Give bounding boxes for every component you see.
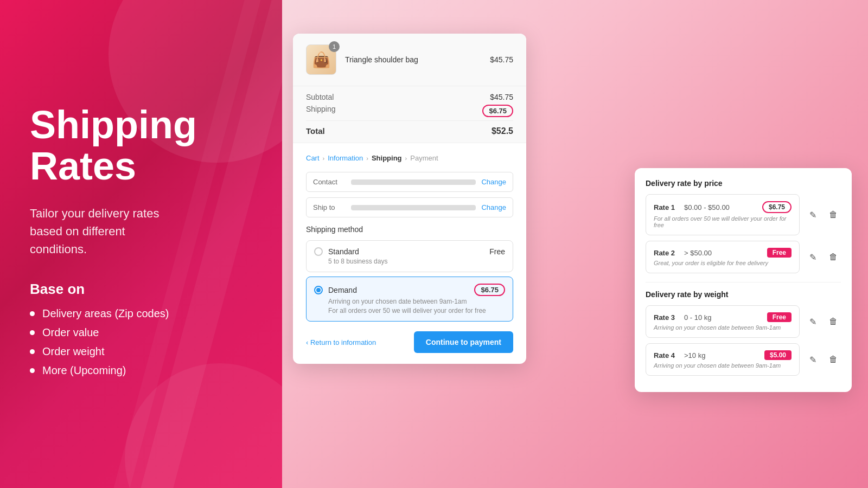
- shipping-price-demand: $6.75: [474, 284, 505, 296]
- total-value: $52.5: [492, 126, 513, 136]
- rate-3-note: Arriving on your chosen date between 9am…: [654, 324, 792, 331]
- rate-3-edit-icon[interactable]: ✎: [805, 314, 820, 329]
- product-name: Triangle shoulder bag: [345, 55, 481, 64]
- rates-separator: [646, 282, 841, 282]
- rate-row-header-3: Rate 3 0 - 10 kg Free: [654, 312, 792, 322]
- rate-3-name: Rate 3: [654, 313, 680, 322]
- total-row: Total $52.5: [306, 120, 513, 136]
- rate-row-outer-4: Rate 4 >10 kg $5.00 Arriving on your cho…: [646, 343, 841, 376]
- rate-4-edit-icon[interactable]: ✎: [805, 352, 820, 367]
- checkout-card: 👜 1 Triangle shoulder bag $45.75 Subtota…: [293, 34, 526, 364]
- rate-4-range: >10 kg: [684, 351, 760, 359]
- checkout-actions: ‹ Return to information Continue to paym…: [306, 331, 513, 353]
- rate-1-name: Rate 1: [654, 203, 680, 211]
- shipping-desc-standard: 5 to 8 business days: [328, 258, 505, 265]
- total-label: Total: [306, 126, 325, 136]
- shipping-value-wrap: $6.75: [482, 105, 513, 117]
- rate-row-2: Rate 2 > $50.00 Free Great, your order i…: [646, 241, 800, 273]
- product-image-wrap: 👜 1: [306, 44, 336, 75]
- rate-row-header-2: Rate 2 > $50.00 Free: [654, 248, 792, 258]
- contact-label: Contact: [313, 178, 351, 186]
- shipping-price-standard: Free: [489, 247, 505, 256]
- contact-row: Contact Change: [306, 172, 513, 192]
- rate-4-note: Arriving on your chosen date between 9am…: [654, 362, 792, 369]
- rate-2-delete-icon[interactable]: 🗑: [826, 249, 841, 265]
- subtotal-value: $45.75: [490, 93, 513, 101]
- checkout-form: Cart › Information › Shipping › Payment …: [293, 143, 526, 364]
- rate-1-delete-icon[interactable]: 🗑: [826, 207, 841, 222]
- right-panel: 👜 1 Triangle shoulder bag $45.75 Subtota…: [282, 0, 868, 488]
- left-panel: Shipping Rates Tailor your delivery rate…: [0, 0, 282, 488]
- rate-3-range: 0 - 10 kg: [684, 313, 763, 322]
- rates-card: Delivery rate by price Rate 1 $0.00 - $5…: [635, 168, 852, 392]
- rate-row-outer-1: Rate 1 $0.00 - $50.00 $6.75 For all orde…: [646, 194, 841, 235]
- subtotal-row: Subtotal $45.75: [306, 93, 513, 101]
- rate-4-delete-icon[interactable]: 🗑: [826, 352, 841, 367]
- shipping-option-standard[interactable]: Standard Free 5 to 8 business days: [306, 240, 513, 272]
- bullet-dot: [30, 330, 35, 335]
- rate-1-range: $0.00 - $50.00: [684, 203, 758, 211]
- order-summary: Subtotal $45.75 Shipping $6.75 Total $52…: [293, 86, 526, 143]
- rates-section-2-title: Delivery rate by weight: [646, 290, 841, 299]
- shipping-name-standard: Standard: [328, 247, 484, 256]
- shipping-circled-value: $6.75: [482, 105, 513, 117]
- rate-2-price: Free: [767, 248, 792, 258]
- rate-row-header-4: Rate 4 >10 kg $5.00: [654, 350, 792, 360]
- page-heading: Shipping Rates: [30, 105, 252, 187]
- list-item: Order weight: [30, 345, 252, 358]
- rate-2-range: > $50.00: [684, 249, 763, 257]
- rate-1-price: $6.75: [762, 201, 792, 213]
- rate-row-1: Rate 1 $0.00 - $50.00 $6.75 For all orde…: [646, 194, 800, 235]
- shipping-label: Shipping: [306, 105, 336, 117]
- breadcrumb-cart[interactable]: Cart: [306, 154, 320, 162]
- ship-to-label: Ship to: [313, 203, 351, 211]
- rate-row-header-1: Rate 1 $0.00 - $50.00 $6.75: [654, 201, 792, 213]
- breadcrumb-shipping: Shipping: [372, 154, 402, 162]
- rate-2-name: Rate 2: [654, 249, 680, 257]
- contact-change-link[interactable]: Change: [481, 178, 506, 186]
- rate-row-outer-3: Rate 3 0 - 10 kg Free Arriving on your c…: [646, 305, 841, 338]
- product-quantity-badge: 1: [329, 41, 340, 52]
- rate-2-note: Great, your order is eligible for free d…: [654, 260, 792, 266]
- rate-row-3: Rate 3 0 - 10 kg Free Arriving on your c…: [646, 305, 800, 338]
- rate-3-price: Free: [767, 312, 792, 322]
- contact-value-bar: [351, 179, 476, 185]
- list-item: More (Upcoming): [30, 364, 252, 377]
- shipping-method-section: Shipping method Standard Free 5 to 8 bus…: [306, 225, 513, 322]
- rate-row-4: Rate 4 >10 kg $5.00 Arriving on your cho…: [646, 343, 800, 376]
- rate-4-name: Rate 4: [654, 351, 680, 359]
- radio-inner: [316, 288, 321, 292]
- rate-3-delete-icon[interactable]: 🗑: [826, 314, 841, 329]
- product-price: $45.75: [490, 55, 513, 64]
- shipping-option-demand[interactable]: Demand $6.75 Arriving on your chosen dat…: [306, 277, 513, 322]
- breadcrumb-information[interactable]: Information: [328, 154, 363, 162]
- shipping-option-header-standard: Standard Free: [314, 247, 505, 256]
- continue-button[interactable]: Continue to payment: [414, 331, 513, 353]
- shipping-desc-demand-2: For all orders over 50 we will deliver y…: [328, 307, 505, 314]
- rate-4-price: $5.00: [764, 350, 792, 360]
- bullet-dot: [30, 368, 35, 373]
- subtotal-label: Subtotal: [306, 93, 334, 101]
- base-on-title: Base on: [30, 281, 252, 298]
- list-item: Delivery areas (Zip codes): [30, 307, 252, 320]
- ship-to-value-bar: [351, 205, 476, 210]
- breadcrumb: Cart › Information › Shipping › Payment: [306, 154, 513, 162]
- ship-to-change-link[interactable]: Change: [481, 203, 506, 211]
- rate-1-edit-icon[interactable]: ✎: [805, 207, 820, 222]
- rate-1-note: For all orders over 50 we will deliver y…: [654, 215, 792, 228]
- ship-to-row: Ship to Change: [306, 197, 513, 217]
- bullet-dot: [30, 349, 35, 354]
- rate-row-outer-2: Rate 2 > $50.00 Free Great, your order i…: [646, 241, 841, 273]
- shipping-desc-demand-1: Arriving on your chosen date between 9am…: [328, 298, 505, 305]
- breadcrumb-sep-1: ›: [323, 155, 325, 162]
- list-item: Order value: [30, 326, 252, 339]
- shipping-row: Shipping $6.75: [306, 105, 513, 117]
- breadcrumb-sep-3: ›: [405, 155, 407, 162]
- rate-2-edit-icon[interactable]: ✎: [805, 249, 820, 265]
- radio-standard[interactable]: [314, 247, 323, 256]
- radio-demand[interactable]: [314, 286, 323, 294]
- breadcrumb-sep-2: ›: [366, 155, 368, 162]
- shipping-method-title: Shipping method: [306, 225, 513, 234]
- shipping-name-demand: Demand: [328, 286, 469, 294]
- return-link[interactable]: ‹ Return to information: [306, 338, 376, 346]
